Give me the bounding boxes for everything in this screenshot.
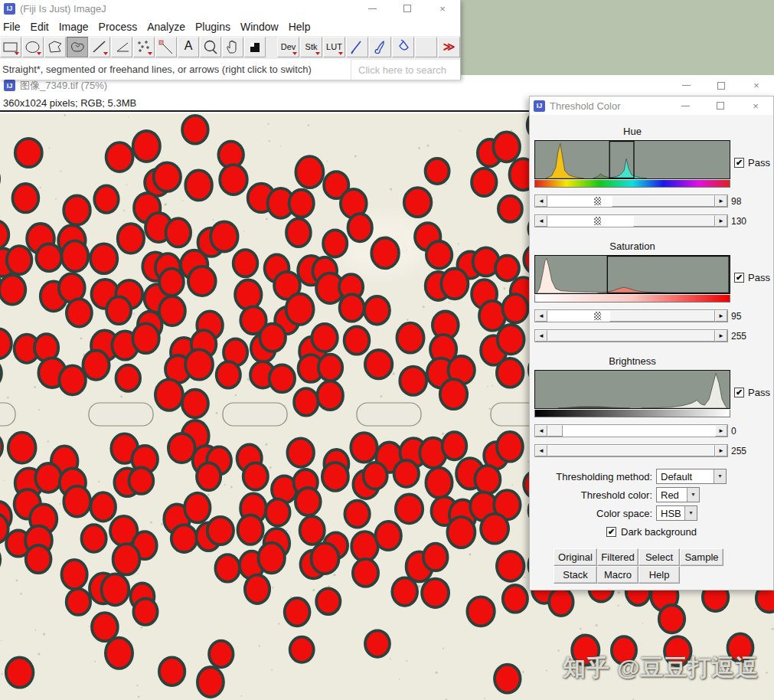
macro-button[interactable]: Macro [597, 566, 638, 584]
dev-tool-button[interactable]: Dev [277, 37, 299, 57]
menu-item-edit[interactable]: Edit [31, 21, 49, 33]
desktop-background [460, 0, 774, 75]
empty-tool-slot[interactable] [415, 37, 437, 57]
brightness-min-scrollbar[interactable]: ◄► [534, 424, 728, 437]
select-button[interactable]: Select [638, 548, 680, 566]
lut-tool-button[interactable]: LUT [323, 37, 345, 57]
lut-tool-label: LUT [324, 42, 345, 51]
scrollbar-tick [594, 217, 601, 225]
angle-tool-button[interactable] [111, 37, 132, 57]
brightness-min-scrollbar-thumb[interactable] [547, 425, 563, 437]
scrollbar-right-arrow-icon[interactable]: ► [715, 195, 727, 207]
main-window-maximize-icon[interactable] [390, 0, 425, 17]
scrollbar-left-arrow-icon[interactable]: ◄ [535, 330, 547, 342]
main-window-minimize-icon[interactable] [354, 0, 390, 17]
dialog-maximize-icon[interactable] [703, 96, 738, 115]
thresholding-method-dropdown[interactable]: Default ▼ [656, 469, 727, 484]
text-tool-button[interactable]: A [178, 37, 199, 57]
hand-tool-button[interactable] [222, 37, 243, 57]
dark-background-row: ✔ Dark background [530, 526, 773, 538]
saturation-gradient-strip [534, 295, 730, 303]
point-tool-button[interactable] [133, 37, 155, 57]
brightness-pass-checkbox[interactable]: ✔ [734, 388, 744, 397]
menu-item-analyze[interactable]: Analyze [147, 21, 185, 33]
dialog-titlebar[interactable]: IJ Threshold Color × [530, 96, 773, 115]
freehand-tool-button[interactable] [67, 37, 88, 57]
stack-tool-button[interactable]: Stk [300, 37, 322, 57]
saturation-min-scrollbar-thumb[interactable] [609, 310, 715, 322]
brightness-min-value: 0 [731, 426, 736, 437]
screen: IJ 图像_7349.tif (75%) × 360x1024 pixels; … [0, 0, 774, 700]
search-box[interactable]: Click here to search [351, 59, 460, 80]
sample-button[interactable]: Sample [680, 548, 723, 566]
main-window-close-icon[interactable]: × [425, 0, 460, 17]
menu-item-file[interactable]: File [3, 21, 21, 33]
scrollbar-right-arrow-icon[interactable]: ► [715, 425, 727, 437]
tool-dropdown-triangle-icon [148, 52, 152, 55]
brightness-max-scrollbar-thumb[interactable] [547, 445, 715, 456]
original-button[interactable]: Original [554, 548, 597, 566]
menu-item-window[interactable]: Window [240, 21, 279, 33]
scrollbar-left-arrow-icon[interactable]: ◄ [535, 310, 547, 322]
menu-item-process[interactable]: Process [99, 21, 138, 33]
threshold-color-dropdown[interactable]: Red ▼ [656, 487, 700, 502]
rectangle-tool-button[interactable] [0, 37, 21, 57]
help-button[interactable]: Help [638, 566, 680, 584]
saturation-max-scrollbar[interactable]: ◄► [534, 329, 728, 342]
menu-bar: FileEditImageProcessAnalyzePluginsWindow… [0, 17, 460, 36]
scrollbar-left-arrow-icon[interactable]: ◄ [535, 215, 547, 227]
brush-tool-button[interactable] [369, 37, 391, 57]
color-space-dropdown[interactable]: HSB ▼ [656, 505, 697, 521]
saturation-min-scrollbar[interactable]: ◄► [534, 309, 728, 322]
filtered-button[interactable]: Filtered [597, 548, 638, 566]
chevron-down-icon[interactable]: ▼ [687, 488, 699, 502]
scrollbar-left-arrow-icon[interactable]: ◄ [535, 425, 547, 437]
scrollbar-right-arrow-icon[interactable]: ► [715, 330, 727, 342]
main-titlebar[interactable]: IJ (Fiji Is Just) ImageJ × [0, 0, 460, 17]
more-tools[interactable]: ≫ [438, 37, 460, 57]
menu-item-image[interactable]: Image [59, 21, 89, 33]
hue-pass-checkbox[interactable]: ✔ [734, 158, 744, 168]
dark-background-checkbox[interactable]: ✔ [606, 527, 616, 537]
menu-item-plugins[interactable]: Plugins [195, 21, 230, 33]
color-picker-tool-button[interactable] [244, 37, 266, 57]
polygon-tool-button[interactable] [44, 37, 66, 57]
fill-tool-button[interactable] [392, 37, 414, 57]
saturation-pass-checkbox[interactable]: ✔ [734, 273, 744, 283]
hue-max-scrollbar-thumb[interactable] [633, 215, 715, 227]
dialog-minimize-icon[interactable] [668, 96, 703, 115]
main-window-title: (Fiji Is Just) ImageJ [20, 3, 106, 15]
search-placeholder: Click here to search [351, 64, 446, 76]
scrollbar-right-arrow-icon[interactable]: ► [715, 310, 727, 322]
tool-dropdown-triangle-icon [315, 52, 320, 55]
hue-max-scrollbar[interactable]: ◄► [534, 214, 728, 227]
tool-dropdown-triangle-icon [103, 52, 108, 55]
stack-button[interactable]: Stack [554, 566, 597, 584]
dialog-close-icon[interactable]: × [738, 96, 773, 115]
stack-tool-label: Stk [301, 42, 322, 51]
brightness-max-value: 255 [731, 446, 746, 456]
brightness-label: Brightness [534, 355, 730, 367]
tool-dropdown-triangle-icon [338, 52, 343, 55]
scrollbar-right-arrow-icon[interactable]: ► [715, 215, 727, 227]
chevron-down-icon[interactable]: ▼ [684, 506, 697, 520]
zoom-tool-button[interactable] [200, 37, 221, 57]
menu-item-help[interactable]: Help [289, 21, 311, 33]
oval-tool-button[interactable] [22, 37, 44, 57]
brightness-max-scrollbar[interactable]: ◄► [534, 444, 728, 457]
scrollbar-left-arrow-icon[interactable]: ◄ [535, 195, 547, 207]
scrollbar-left-arrow-icon[interactable]: ◄ [535, 445, 547, 456]
thresholding-method-value: Default [657, 469, 714, 483]
hue-min-scrollbar-thumb[interactable] [612, 195, 715, 207]
image-window-minimize-icon[interactable] [668, 75, 704, 96]
hue-min-scrollbar[interactable]: ◄► [534, 195, 728, 208]
scrollbar-right-arrow-icon[interactable]: ► [715, 445, 727, 456]
image-window-close-icon[interactable]: × [739, 75, 774, 96]
wand-tool-button[interactable] [155, 37, 177, 57]
threshold-color-label: Threshold color: [530, 489, 652, 501]
image-window-maximize-icon[interactable] [704, 75, 739, 96]
saturation-max-scrollbar-thumb[interactable] [547, 330, 715, 342]
line-tool-button[interactable] [89, 37, 110, 57]
chevron-down-icon[interactable]: ▼ [714, 469, 726, 483]
pencil-tool-button[interactable] [346, 37, 368, 57]
